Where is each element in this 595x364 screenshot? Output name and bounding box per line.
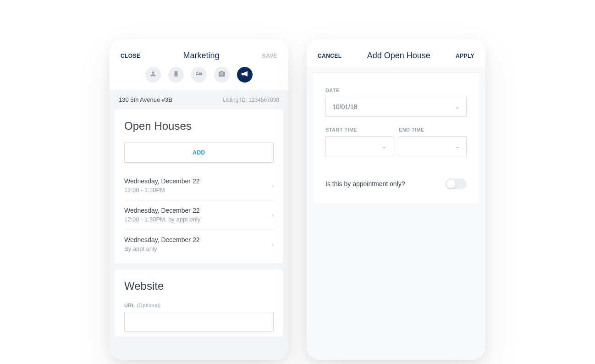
megaphone-icon [241, 70, 248, 79]
end-time-select[interactable]: ⌄ [399, 136, 467, 156]
website-title: Website [124, 280, 274, 292]
page-title: Add Open House [367, 51, 430, 61]
open-house-date: Wednesday, December 22 [124, 236, 271, 243]
building-icon [173, 71, 179, 79]
tab-bed[interactable] [191, 67, 207, 83]
open-house-time: By appt only [124, 245, 271, 252]
open-house-time: 12:00 - 1:30PM [124, 187, 271, 193]
end-time-label: END TIME [399, 127, 467, 132]
marketing-screen: CLOSE Marketing SAVE [110, 39, 288, 360]
add-open-house-button[interactable]: ADD [124, 143, 274, 163]
url-label: URL (Optional) [124, 303, 274, 308]
close-button[interactable]: CLOSE [121, 53, 140, 59]
date-label: DATE [325, 88, 467, 93]
header: CLOSE Marketing SAVE [110, 39, 288, 67]
tab-building[interactable] [168, 67, 184, 83]
appointment-question: Is this by appointment only? [325, 180, 405, 188]
content-area: Open Houses ADD Wednesday, December 22 1… [110, 110, 288, 360]
url-input[interactable] [124, 312, 274, 332]
appointment-toggle[interactable] [446, 178, 467, 189]
open-house-form: DATE 10/01/18 ⌄ START TIME ⌄ [312, 72, 480, 204]
open-house-date: Wednesday, December 22 [124, 177, 271, 185]
chevron-right-icon: › [271, 182, 274, 189]
date-value: 10/01/18 [332, 103, 358, 110]
website-card: Website URL (Optional) [115, 270, 283, 336]
header: CANCEL Add Open House APPLY [307, 39, 485, 67]
chevron-down-icon: ⌄ [455, 143, 460, 149]
appointment-toggle-row: Is this by appointment only? [325, 178, 467, 189]
chevron-down-icon: ⌄ [382, 143, 386, 149]
listing-subheader: 130 5th Avenue #3B Listing ID: 123456789… [110, 90, 288, 110]
open-house-time: 12:00 - 1:30PM, by appt only [124, 216, 271, 223]
chevron-down-icon: ⌄ [455, 104, 460, 110]
form-body: DATE 10/01/18 ⌄ START TIME ⌄ [307, 67, 485, 360]
page-title: Marketing [183, 51, 219, 61]
person-icon [149, 70, 157, 79]
start-time-select[interactable]: ⌄ [325, 136, 393, 156]
listing-address: 130 5th Avenue #3B [119, 96, 172, 103]
open-house-row[interactable]: Wednesday, December 22 12:00 - 1:30PM, b… [124, 200, 274, 229]
camera-icon [218, 70, 226, 79]
open-house-row[interactable]: Wednesday, December 22 12:00 - 1:30PM › [124, 171, 274, 200]
open-house-row[interactable]: Wednesday, December 22 By appt only › [124, 229, 274, 259]
apply-button[interactable]: APPLY [456, 53, 474, 59]
open-house-date: Wednesday, December 22 [124, 207, 271, 214]
open-houses-card: Open Houses ADD Wednesday, December 22 1… [115, 110, 283, 263]
save-button[interactable]: SAVE [262, 53, 277, 59]
cancel-button[interactable]: CANCEL [318, 53, 342, 59]
listing-id: Listing ID: 1234567890 [223, 97, 279, 103]
start-time-label: START TIME [325, 127, 393, 132]
tab-marketing[interactable] [237, 67, 253, 83]
toggle-knob [446, 179, 456, 188]
bed-icon [195, 70, 203, 79]
open-houses-title: Open Houses [124, 120, 274, 132]
chevron-right-icon: › [271, 211, 274, 219]
section-tabs [110, 67, 288, 90]
tab-camera[interactable] [214, 67, 230, 83]
date-select[interactable]: 10/01/18 ⌄ [325, 97, 467, 117]
tab-person[interactable] [145, 67, 161, 83]
chevron-right-icon: › [271, 241, 274, 248]
add-open-house-screen: CANCEL Add Open House APPLY DATE 10/01/1… [307, 39, 485, 360]
